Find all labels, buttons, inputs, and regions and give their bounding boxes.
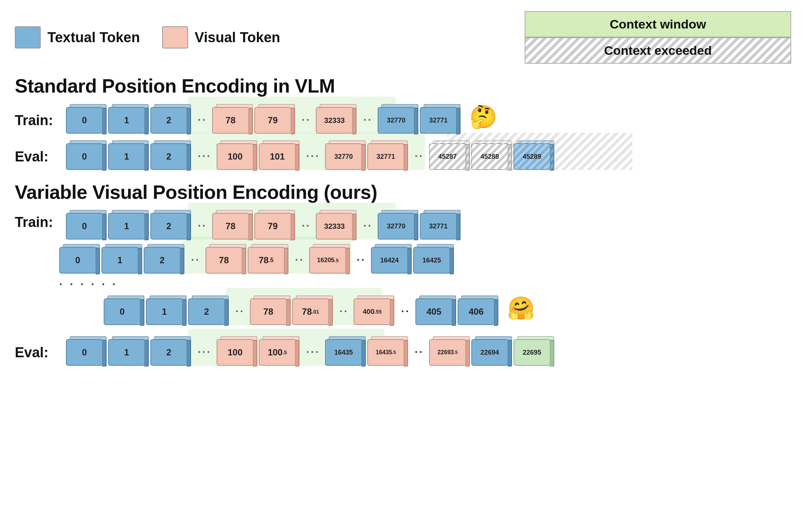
dots: ·· [409, 346, 429, 366]
token-stripe: 45288 [471, 140, 512, 170]
token: 78 [212, 104, 253, 134]
token: 16205.5 [309, 244, 350, 274]
token: 32333 [316, 210, 357, 240]
token: 0 [66, 336, 107, 366]
standard-train-row: Train: 0 1 2 ·· 78 79 ·· 32333 ·· 32770 … [15, 104, 791, 134]
token: 78 [205, 244, 246, 274]
token: 2 [150, 336, 191, 366]
middle-dots: · · · · · · [15, 278, 118, 291]
token: 0 [66, 104, 107, 134]
token: 1 [146, 295, 187, 325]
token-stripe: 45287 [429, 140, 470, 170]
variable-eval-row: Eval: 0 1 2 ··· 100 100.5 ··· 16435 1643… [15, 336, 791, 366]
token-stripe-blue: 45289 [514, 140, 554, 170]
token: 16435.5 [367, 336, 408, 366]
token-green: 22695 [514, 336, 554, 366]
token: 32770 [378, 210, 418, 240]
token: 0 [104, 295, 144, 325]
token: 1 [101, 244, 142, 274]
section-standard-title: Standard Position Encoding in VLM [15, 75, 791, 97]
token: 400.55 [354, 295, 394, 325]
textual-token-legend: Textual Token [15, 26, 140, 48]
token: 2 [150, 104, 191, 134]
eval-label-2: Eval: [15, 345, 59, 366]
token: 78 [250, 295, 291, 325]
token: 2 [144, 244, 184, 274]
token: 79 [254, 210, 295, 240]
token: 78 [212, 210, 253, 240]
textual-token-box [15, 26, 41, 48]
token: 100 [217, 336, 257, 366]
standard-eval-row: Eval: 0 1 2 ··· 100 101 ··· 32770 32771 … [15, 140, 791, 170]
token: 0 [66, 140, 107, 170]
section-standard: Standard Position Encoding in VLM Train:… [15, 75, 791, 170]
context-window-box: Context window [525, 11, 791, 37]
token: 16435 [325, 336, 366, 366]
textual-token-label: Textual Token [47, 30, 140, 46]
visual-token-box [162, 26, 188, 48]
token: 79 [254, 104, 295, 134]
token: 1 [108, 210, 149, 240]
token: 78.01 [292, 295, 333, 325]
token: 100.5 [259, 336, 300, 366]
context-exceeded-box: Context exceeded [525, 37, 791, 64]
token: 22693.5 [429, 336, 470, 366]
visual-token-legend: Visual Token [162, 26, 280, 48]
section-variable: Variable Visual Position Encoding (ours)… [15, 181, 791, 366]
context-legend: Context window Context exceeded [525, 11, 791, 64]
token: 2 [188, 295, 229, 325]
token: 1 [108, 104, 149, 134]
token: 2 [150, 210, 191, 240]
section-variable-title: Variable Visual Position Encoding (ours) [15, 181, 791, 203]
variable-train-section: Train: 0 1 2 ·· 78 79 ·· 32333 ·· 32770 … [15, 210, 791, 325]
dots: ·· [351, 254, 371, 274]
token: 16424 [371, 244, 412, 274]
token: 406 [458, 295, 498, 325]
legend: Textual Token Visual Token Context windo… [15, 11, 791, 64]
main-container: Textual Token Visual Token Context windo… [15, 11, 791, 366]
token: 32333 [316, 104, 357, 134]
token: 22694 [471, 336, 512, 366]
token: 0 [66, 210, 107, 240]
token: 100 [217, 140, 257, 170]
token: 32771 [420, 210, 461, 240]
token: 32770 [378, 104, 418, 134]
train-label-2: Train: [15, 214, 59, 235]
token: 32771 [420, 104, 461, 134]
token: 405 [415, 295, 456, 325]
visual-token-label: Visual Token [195, 30, 280, 46]
token: 78.5 [248, 244, 288, 274]
eval-label: Eval: [15, 149, 59, 170]
token: 32771 [367, 140, 408, 170]
token: 1 [108, 336, 149, 366]
token: 101 [259, 140, 300, 170]
token: 32770 [325, 140, 366, 170]
train-label: Train: [15, 113, 59, 134]
happy-emoji: 🤗 [507, 295, 535, 325]
token: 2 [150, 140, 191, 170]
thinking-emoji: 🤔 [469, 104, 497, 134]
token: 0 [59, 244, 100, 274]
dots: ·· [396, 305, 415, 325]
token: 1 [108, 140, 149, 170]
token: 16425 [413, 244, 454, 274]
